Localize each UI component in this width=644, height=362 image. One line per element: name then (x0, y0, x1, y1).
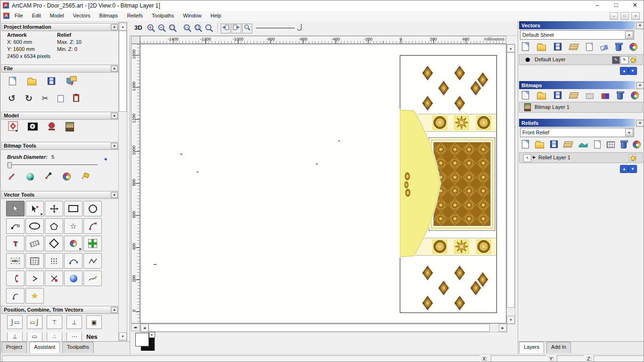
relief-select[interactable]: Front Relief ▼ (520, 128, 634, 137)
move-layer-up-button[interactable]: ▲ (620, 67, 628, 75)
create-arc-tool[interactable] (83, 218, 102, 234)
colour-picker-icon[interactable] (44, 172, 52, 181)
free-shape-tool[interactable] (6, 218, 25, 234)
menu-window[interactable]: Window (179, 11, 205, 21)
bitmap-palette-icon[interactable] (631, 91, 639, 99)
swap-colours-icon[interactable] (602, 93, 609, 99)
2d-view-canvas[interactable] (140, 44, 506, 323)
greyscale-view-icon[interactable] (28, 123, 38, 132)
vector-paint-tool[interactable]: ▶ (64, 236, 83, 251)
move-relief-up-button[interactable]: ▲ (620, 165, 628, 173)
paint-brush-icon[interactable] (8, 172, 16, 181)
mirror-icon[interactable]: ⊥ (7, 332, 23, 341)
menu-reliefs[interactable]: Reliefs (123, 11, 147, 21)
chevron-down-icon[interactable]: ▼ (625, 31, 633, 39)
add-relief-icon[interactable]: + (523, 154, 531, 162)
collapse-reliefs-button[interactable]: ▲ (636, 120, 644, 127)
create-bezier-tool[interactable] (64, 253, 83, 269)
create-rectangle-tool[interactable] (64, 201, 83, 216)
paste-icon[interactable] (58, 95, 64, 102)
transform-vectors-tool[interactable] (45, 201, 63, 216)
free-curve-tool[interactable] (6, 288, 25, 304)
bitmap-preview-icon[interactable] (66, 122, 74, 132)
open-file-icon[interactable] (27, 79, 36, 85)
canvas-scroll-up-button[interactable]: ▲ (507, 44, 515, 52)
mdi-minimize-button[interactable]: – (610, 12, 618, 20)
align-right-icon[interactable]: ▭⎭ (27, 315, 42, 329)
relief-surface-icon[interactable] (578, 140, 588, 148)
edit-colour-icon[interactable]: ✎ (612, 56, 620, 64)
canvas-horizontal-scrollbar[interactable]: ◀ ▶ (140, 323, 507, 332)
line-width-hook-icon[interactable] (297, 23, 303, 33)
new-layer-icon[interactable] (586, 43, 593, 51)
create-polyline-tool[interactable] (83, 253, 102, 269)
undo-icon[interactable]: ↺ (8, 93, 16, 103)
assistant-scrollbar[interactable]: ▲ ▼ (118, 22, 127, 341)
paint-sphere-icon[interactable]: ▶ (26, 173, 34, 181)
delete-layer-icon[interactable] (616, 44, 621, 51)
redo-icon[interactable]: ↻ (25, 93, 33, 103)
collapse-model-button[interactable]: ▲ (111, 113, 118, 119)
mdi-close-button[interactable]: × (631, 12, 640, 20)
canvas-hscroll-thumb[interactable] (149, 324, 490, 332)
tab-project[interactable]: Project (1, 342, 27, 353)
brush-diameter-spin-icon[interactable]: ◆ (104, 157, 107, 161)
minimize-button[interactable]: – (588, 0, 607, 11)
create-ellipse-tool[interactable] (25, 218, 44, 234)
eraser-icon[interactable] (600, 45, 608, 51)
relief-stack-icon[interactable] (563, 141, 573, 148)
save-vectors-icon[interactable] (554, 43, 561, 50)
interactive-sculpting-tool[interactable] (64, 271, 83, 286)
import-image-icon[interactable] (66, 76, 78, 86)
swap-colours-icon[interactable]: ▸ (149, 332, 155, 338)
menu-bitmaps[interactable]: Bitmaps (96, 11, 122, 21)
save-model-icon[interactable] (48, 77, 55, 85)
menu-vectors[interactable]: Vectors (69, 11, 94, 21)
canvas-scroll-right-button[interactable]: ▶ (499, 324, 507, 332)
grid-window-tool[interactable] (25, 253, 44, 269)
document-icon[interactable]: A (3, 13, 9, 19)
relief-grid-icon[interactable] (607, 141, 615, 148)
tab-addin[interactable]: Add In (546, 342, 571, 353)
create-text-tool[interactable]: T (6, 236, 25, 251)
delete-bitmap-icon[interactable] (617, 92, 623, 99)
scroll-down-button[interactable]: ▼ (119, 332, 127, 340)
create-cross-tool[interactable] (83, 236, 102, 251)
trim-icon[interactable]: ∴ (47, 332, 62, 341)
relief-palette-icon[interactable] (633, 140, 641, 148)
bitmap-layer-name[interactable]: Bitmap Layer 1 (535, 104, 570, 110)
block-copy-tool[interactable] (45, 253, 63, 269)
menu-edit[interactable]: Edit (28, 11, 45, 21)
scroll-up-button[interactable]: ▲ (119, 23, 127, 31)
bitmap-stack-icon[interactable] (569, 92, 578, 99)
line-width-sample[interactable] (256, 28, 295, 28)
stamp-relief-icon[interactable] (47, 122, 56, 132)
canvas-scroll-left-button[interactable]: ◀ (140, 324, 149, 332)
menu-model[interactable]: Model (46, 11, 68, 21)
relief-layer-name[interactable]: Relief Layer 1 (538, 155, 570, 160)
create-diamond-tool[interactable] (45, 236, 63, 251)
paste-special-icon[interactable] (73, 94, 79, 102)
pan-mode-button[interactable] (221, 24, 231, 33)
open-relief-icon[interactable] (535, 142, 544, 148)
edit-model-icon[interactable]: ▶ (8, 121, 18, 132)
maximize-button[interactable]: □ (607, 0, 626, 11)
align-bottom-icon[interactable]: ⊥ (66, 315, 82, 329)
flood-fill-icon[interactable] (81, 172, 91, 181)
visibility-bulb-icon[interactable] (629, 56, 636, 63)
menu-file[interactable]: File (11, 11, 27, 21)
combine-icon[interactable]: ▭ (27, 332, 42, 341)
vector-layer-name[interactable]: Default Layer (535, 57, 565, 62)
rename-layer-icon[interactable]: ✎ (620, 56, 628, 64)
canvas-vscroll-thumb[interactable] (507, 52, 515, 308)
create-star-tool[interactable]: ☆ (64, 218, 83, 234)
relief-visibility-bulb-icon[interactable] (629, 154, 636, 161)
arc-editing-tool[interactable] (6, 271, 25, 286)
save-bitmap-icon[interactable] (554, 91, 561, 99)
align-top-icon[interactable]: ⊤ (47, 315, 62, 329)
offset-vector-tool[interactable] (25, 271, 44, 286)
view-split-buttons[interactable]: ◂▸ (131, 323, 140, 331)
canvas-vertical-scrollbar[interactable]: ▲ ▼ (506, 44, 515, 324)
relief-layer-row[interactable]: + ▶ Relief Layer 1 (519, 152, 643, 163)
vector-sheet-select[interactable]: Default Sheet ▼ (520, 30, 634, 40)
